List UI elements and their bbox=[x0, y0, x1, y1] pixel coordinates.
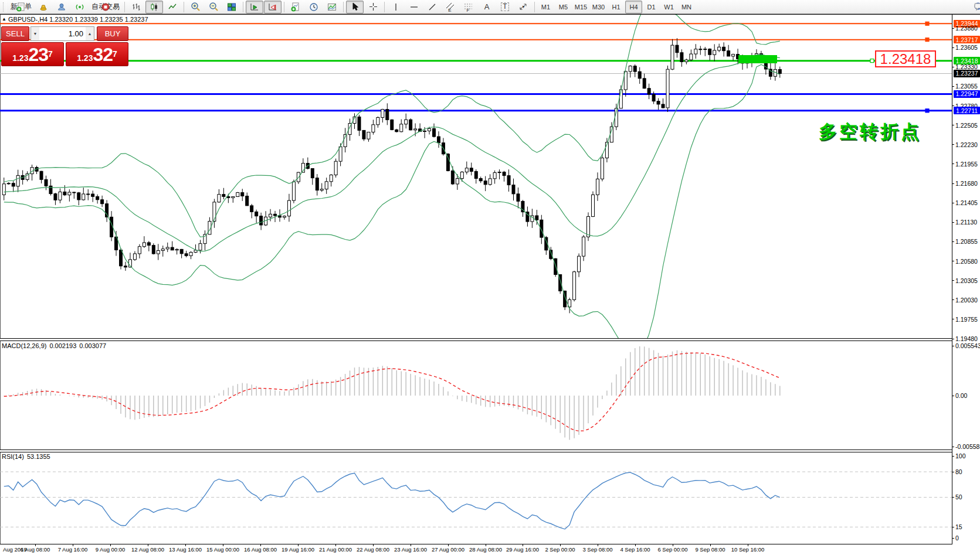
vertical-line-tool-button[interactable] bbox=[387, 1, 405, 13]
volume-input[interactable]: 1.00 bbox=[39, 27, 86, 40]
periods-button[interactable]: ▾ bbox=[305, 1, 323, 13]
line-chart-button[interactable] bbox=[164, 1, 181, 13]
timeframe-button-d1[interactable]: D1 bbox=[643, 1, 660, 13]
price-axis-label: 1.21405 bbox=[955, 199, 978, 206]
rsi-indicator-chart[interactable] bbox=[0, 453, 952, 543]
price-axis-label: 1.19755 bbox=[955, 316, 978, 323]
arrows-tool-button[interactable]: ▾ bbox=[514, 1, 532, 13]
indicator-axis-tick bbox=[952, 346, 954, 346]
date-axis-label: 4 Sep 16:00 bbox=[620, 546, 650, 553]
macd-label: MACD(12,26,9)0.0021930.003077 bbox=[2, 342, 106, 349]
price-badge-blue: 1.22711 bbox=[954, 107, 980, 114]
volume-increase-button[interactable]: ▲ bbox=[86, 27, 94, 40]
price-axis-tick bbox=[952, 144, 954, 145]
fibonacci-tool-button[interactable]: F bbox=[460, 1, 477, 13]
buy-price-display[interactable]: 1.23327 bbox=[66, 42, 128, 66]
price-axis-label: 1.20580 bbox=[955, 258, 978, 265]
channel-tool-button[interactable]: E bbox=[442, 1, 459, 13]
toolbar-grip[interactable] bbox=[3, 2, 6, 12]
indicator-axis-tick bbox=[952, 447, 954, 447]
symbol-marker-icon: ▲ bbox=[2, 16, 6, 22]
price-axis-tick bbox=[952, 339, 954, 339]
templates-button[interactable]: ▾ bbox=[323, 1, 341, 13]
candlestick-chart-button[interactable] bbox=[145, 1, 163, 13]
timeframe-button-m1[interactable]: M1 bbox=[537, 1, 554, 13]
equidistant-channel-icon bbox=[446, 2, 455, 11]
clock-icon bbox=[309, 2, 318, 12]
date-axis-label: 21 Aug 00:00 bbox=[319, 546, 352, 553]
tile-windows-button[interactable] bbox=[223, 1, 240, 13]
indicator-axis-label: 0.005543 bbox=[955, 342, 980, 349]
date-axis-label: 15 Aug 00:00 bbox=[206, 546, 239, 553]
date-axis-label: 2 Sep 00:00 bbox=[545, 546, 575, 553]
bar-chart-button[interactable] bbox=[127, 1, 145, 13]
sell-button[interactable]: SELL bbox=[1, 26, 29, 41]
price-axis-tick bbox=[952, 47, 954, 48]
sell-price-pips: 23 bbox=[28, 45, 48, 64]
macd-value-signal: 0.003077 bbox=[79, 342, 106, 349]
text-tool-button[interactable]: A bbox=[478, 1, 496, 13]
timeframe-button-m30[interactable]: M30 bbox=[590, 1, 607, 13]
toolbar: 新订单 自动交易 bbox=[0, 0, 980, 14]
toolbar-separator bbox=[243, 2, 243, 12]
symbol-ohlc-header: GBPUSD-,H4 1.23320 1.23339 1.23235 1.232… bbox=[8, 16, 148, 23]
rsi-panel-separator[interactable] bbox=[0, 450, 952, 452]
text-label-tool-button[interactable]: T bbox=[496, 1, 514, 13]
chart-shift-button[interactable] bbox=[264, 1, 282, 13]
macd-indicator-chart[interactable] bbox=[0, 342, 952, 449]
crosshair-button[interactable] bbox=[364, 1, 382, 13]
new-order-button[interactable]: 新订单 bbox=[8, 1, 34, 13]
timeframe-button-m5[interactable]: M5 bbox=[555, 1, 572, 13]
candlestick-chart-icon bbox=[150, 2, 159, 12]
indicator-axis-tick bbox=[952, 472, 954, 472]
buy-price-sup: 7 bbox=[113, 43, 117, 65]
horizontal-line-tool-button[interactable] bbox=[405, 1, 423, 13]
price-axis-tick bbox=[952, 261, 954, 261]
buy-button[interactable]: BUY bbox=[97, 26, 128, 41]
text-tool-icon: A bbox=[484, 2, 490, 11]
cursor-button[interactable] bbox=[346, 1, 364, 13]
indicators-icon bbox=[291, 2, 300, 12]
indicator-axis-tick bbox=[952, 497, 954, 498]
timeframe-button-w1[interactable]: W1 bbox=[660, 1, 677, 13]
price-axis-tick bbox=[952, 105, 954, 106]
auto-trading-button[interactable]: 自动交易 bbox=[89, 1, 122, 13]
trendline-tool-button[interactable] bbox=[423, 1, 441, 13]
date-axis-label: 6 Aug 08:00 bbox=[21, 546, 50, 553]
price-axis-tick bbox=[952, 203, 954, 203]
auto-scroll-button[interactable] bbox=[246, 1, 263, 13]
zoom-in-button[interactable] bbox=[186, 1, 204, 13]
timeframe-button-h1[interactable]: H1 bbox=[608, 1, 625, 13]
signals-button[interactable] bbox=[71, 1, 89, 13]
community-button[interactable] bbox=[53, 1, 70, 13]
template-icon bbox=[327, 2, 337, 12]
tile-windows-icon bbox=[227, 2, 236, 12]
price-axis-label: 1.21130 bbox=[955, 219, 977, 226]
vertical-line-icon bbox=[392, 3, 400, 11]
chat-icon[interactable] bbox=[974, 2, 980, 12]
date-axis-label: 3 Sep 08:00 bbox=[582, 546, 612, 553]
date-axis-label: 27 Aug 00:00 bbox=[432, 546, 464, 553]
sell-price-display[interactable]: 1.23237 bbox=[1, 42, 64, 66]
timeframe-button-h4[interactable]: H4 bbox=[625, 1, 642, 13]
volume-decrease-button[interactable]: ▼ bbox=[31, 27, 39, 40]
price-axis-label: 1.21955 bbox=[955, 161, 978, 168]
gold-icon bbox=[39, 2, 48, 12]
timeframe-button-mn[interactable]: MN bbox=[678, 1, 695, 13]
date-axis-label: 16 Aug 08:00 bbox=[244, 546, 277, 553]
date-axis-label: 6 Sep 00:00 bbox=[657, 546, 687, 553]
community-icon bbox=[57, 2, 66, 12]
indicators-button[interactable]: ▾ bbox=[287, 1, 304, 13]
price-axis-label: 1.21680 bbox=[955, 180, 978, 187]
zoom-out-button[interactable] bbox=[205, 1, 222, 13]
chart-frame-bottom bbox=[0, 544, 952, 544]
timeframe-button-m15[interactable]: M15 bbox=[572, 1, 589, 13]
price-callout-box[interactable]: 1.23418 bbox=[875, 50, 936, 67]
mt4-window: 新订单 自动交易 bbox=[0, 0, 980, 555]
zoom-out-icon bbox=[209, 2, 219, 12]
signals-icon bbox=[75, 2, 84, 12]
macd-panel-separator[interactable] bbox=[0, 338, 952, 341]
gold-button[interactable] bbox=[35, 1, 52, 13]
date-axis-label: 9 Sep 08:00 bbox=[695, 546, 725, 553]
main-price-chart[interactable] bbox=[0, 15, 952, 338]
